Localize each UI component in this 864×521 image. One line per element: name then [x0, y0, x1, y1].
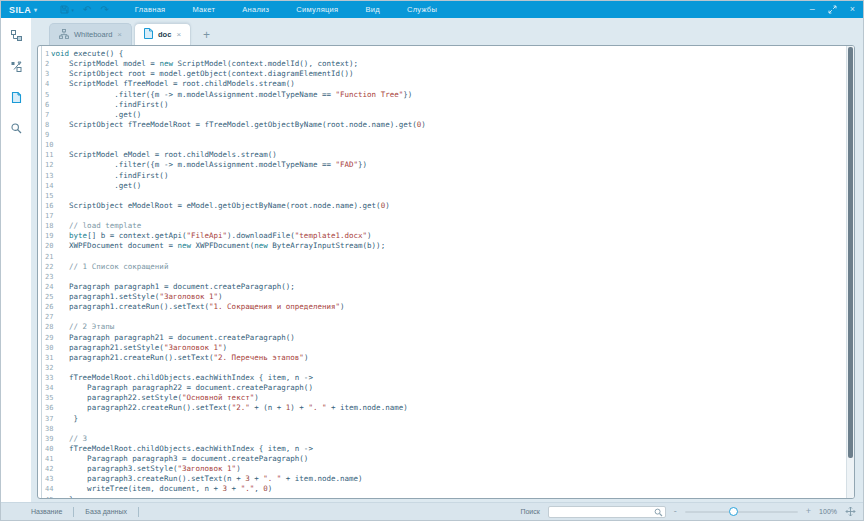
code-line[interactable]: 16 ScriptObject eModelRoot = eModel.getO…	[38, 201, 846, 211]
code-line[interactable]: 33 fTreeModelRoot.childObjects.eachWithI…	[38, 373, 846, 383]
code-line[interactable]: 15	[38, 191, 846, 201]
zoom-slider-track[interactable]	[685, 511, 798, 514]
zoom-in-button[interactable]: +	[806, 507, 811, 516]
menu-item-analiz[interactable]: Анализ	[242, 5, 269, 14]
line-number: 17	[38, 211, 50, 221]
line-number: 13	[38, 171, 50, 181]
code-line[interactable]: 11 ScriptModel eModel = root.childModels…	[38, 150, 846, 160]
line-number: 20	[38, 241, 50, 251]
restore-button[interactable]	[828, 5, 837, 14]
code-text: .findFirst()	[50, 171, 168, 180]
code-line[interactable]: 6 .findFirst()	[38, 100, 846, 110]
code-line[interactable]: 40 fTreeModelRoot.childObjects.eachWithI…	[38, 444, 846, 454]
code-line[interactable]: 37 }	[38, 414, 846, 424]
code-line[interactable]: 32	[38, 363, 846, 373]
code-line[interactable]: 36 paragraph22.createRun().setText("2." …	[38, 403, 846, 413]
line-number: 45	[38, 495, 50, 499]
code-line[interactable]: 10	[38, 140, 846, 150]
code-line[interactable]: 1void execute() {	[38, 49, 846, 59]
code-line[interactable]: 18 // load template	[38, 221, 846, 231]
code-line[interactable]: 28 // 2 Этапы	[38, 322, 846, 332]
code-line[interactable]: 31 paragraph21.createRun().setText("2. П…	[38, 353, 846, 363]
new-tab-button[interactable]: +	[203, 29, 210, 41]
code-line[interactable]: 17	[38, 211, 846, 221]
minimize-button[interactable]: –	[810, 5, 815, 14]
menu-item-sluzhby[interactable]: Службы	[407, 5, 437, 14]
tab-close-icon[interactable]: ×	[176, 30, 181, 39]
code-line[interactable]: 29 Paragraph paragraph21 = document.crea…	[38, 333, 846, 343]
app-window: SILA ▾ ▾ ↶ ↷ Главная Макет Анализ Симуля…	[0, 0, 864, 521]
code-line[interactable]: 14 .get()	[38, 181, 846, 191]
code-text: paragraph21.setStyle("Заголовок 1")	[50, 343, 227, 352]
menu-item-glavnaya[interactable]: Главная	[135, 5, 166, 14]
code-text: paragraph22.createRun().setText("2." + (…	[50, 403, 408, 412]
scrollbar-thumb[interactable]	[848, 47, 853, 458]
line-number: 40	[38, 444, 50, 454]
line-number: 6	[38, 100, 50, 110]
code-line[interactable]: 3 ScriptObject root = model.getObject(co…	[38, 69, 846, 79]
undo-icon[interactable]: ↶	[83, 5, 91, 15]
statusbar-item-nazvanie[interactable]: Название	[31, 508, 62, 515]
line-number: 26	[38, 302, 50, 312]
tab-doc[interactable]: doc ×	[134, 23, 191, 45]
code-line[interactable]: 41 Paragraph paragraph3 = document.creat…	[38, 454, 846, 464]
code-line[interactable]: 21	[38, 252, 846, 262]
code-line[interactable]: 44 writeTree(item, document, n + 3 + "."…	[38, 484, 846, 494]
code-line[interactable]: 38	[38, 424, 846, 434]
menu-item-maket[interactable]: Макет	[192, 5, 215, 14]
code-line[interactable]: 39 // 3	[38, 434, 846, 444]
vertical-scrollbar[interactable]	[846, 46, 854, 498]
tab-close-icon[interactable]: ×	[117, 30, 122, 39]
close-button[interactable]: ×	[850, 5, 855, 14]
code-text: paragraph3.setStyle("Заголовок 1")	[50, 464, 241, 473]
document-icon[interactable]	[7, 88, 25, 106]
code-text: .get()	[50, 181, 141, 190]
redo-icon[interactable]: ↷	[100, 5, 108, 15]
code-line[interactable]: 7 .get()	[38, 110, 846, 120]
code-line[interactable]: 12 .filter({m -> m.modelAssignment.model…	[38, 160, 846, 170]
tab-whiteboard[interactable]: Whiteboard ×	[49, 23, 132, 45]
code-editor[interactable]: 1void execute() {2 ScriptModel model = n…	[37, 45, 855, 499]
zoom-slider-knob[interactable]	[729, 507, 738, 516]
code-line[interactable]: 25 paragraph1.setStyle("Заголовок 1")	[38, 292, 846, 302]
search-icon[interactable]	[7, 119, 25, 137]
menu-item-vid[interactable]: Вид	[365, 5, 379, 14]
search-input[interactable]	[548, 506, 666, 518]
code-text: byte[] b = context.getApi("FileApi").dow…	[50, 231, 372, 240]
code-line[interactable]: 26 paragraph1.createRun().setText("1. Со…	[38, 302, 846, 312]
code-line[interactable]: 19 byte[] b = context.getApi("FileApi").…	[38, 231, 846, 241]
save-icon[interactable]	[60, 5, 69, 14]
code-line[interactable]: 45 }	[38, 495, 846, 499]
code-line[interactable]: 8 ScriptObject fTreeModelRoot = fTreeMod…	[38, 120, 846, 130]
code-line[interactable]: 9	[38, 130, 846, 140]
code-line[interactable]: 13 .findFirst()	[38, 171, 846, 181]
code-line[interactable]: 34 Paragraph paragraph22 = document.crea…	[38, 383, 846, 393]
code-line[interactable]: 22 // 1 Список сокращений	[38, 262, 846, 272]
code-line[interactable]: 24 Paragraph paragraph1 = document.creat…	[38, 282, 846, 292]
statusbar-item-database[interactable]: База данных	[85, 508, 127, 515]
code-text: .get()	[50, 110, 141, 119]
code-line[interactable]: 35 paragraph22.setStyle("Основной текст"…	[38, 393, 846, 403]
code-line[interactable]: 23	[38, 272, 846, 282]
code-line[interactable]: 2 ScriptModel model = new ScriptModel(co…	[38, 59, 846, 69]
code-line[interactable]: 4 ScriptModel fTreeModel = root.childMod…	[38, 79, 846, 89]
code-line[interactable]: 5 .filter({m -> m.modelAssignment.modelT…	[38, 90, 846, 100]
model-icon[interactable]	[7, 57, 25, 75]
code-line[interactable]: 42 paragraph3.setStyle("Заголовок 1")	[38, 464, 846, 474]
code-text: ScriptModel eModel = root.childModels.st…	[50, 150, 277, 159]
line-number: 22	[38, 262, 50, 272]
code-line[interactable]: 43 paragraph3.createRun().setText(n + 3 …	[38, 474, 846, 484]
line-number: 9	[38, 130, 50, 140]
menu-item-simulyaciya[interactable]: Симуляция	[296, 5, 338, 14]
code-line[interactable]: 20 XWPFDocument document = new XWPFDocum…	[38, 241, 846, 251]
code-text	[50, 363, 51, 372]
zoom-out-button[interactable]: -	[674, 507, 677, 516]
save-chevron-icon[interactable]: ▾	[72, 7, 75, 13]
code-line[interactable]: 30 paragraph21.setStyle("Заголовок 1")	[38, 343, 846, 353]
fit-view-icon[interactable]	[845, 506, 856, 518]
zoom-slider[interactable]	[685, 507, 798, 516]
code-text: fTreeModelRoot.childObjects.eachWithInde…	[50, 444, 313, 453]
hierarchy-icon[interactable]	[7, 26, 25, 44]
app-menu-button[interactable]: SILA ▾	[9, 5, 38, 15]
code-line[interactable]: 27	[38, 312, 846, 322]
